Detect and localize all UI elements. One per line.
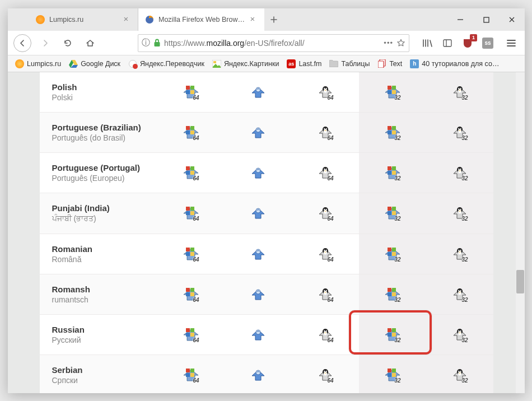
- bookmark-5[interactable]: Таблицы: [326, 58, 372, 70]
- download-linux32[interactable]: 32: [426, 234, 493, 274]
- download-icon[interactable]: 32: [452, 125, 467, 140]
- download-mac64[interactable]: [225, 72, 292, 112]
- download-win32[interactable]: 32: [359, 72, 426, 112]
- download-linux64[interactable]: 64: [292, 193, 359, 234]
- download-win32[interactable]: 32: [359, 234, 426, 274]
- download-win32[interactable]: 32: [359, 193, 426, 234]
- bookmark-2[interactable]: Яндекс.Переводчик: [125, 58, 207, 70]
- download-icon[interactable]: 64: [318, 287, 333, 302]
- download-icon[interactable]: 64: [184, 166, 198, 180]
- download-icon[interactable]: [251, 125, 265, 140]
- download-icon[interactable]: 32: [385, 166, 400, 180]
- download-linux64[interactable]: 64: [292, 234, 359, 274]
- download-linux64[interactable]: 64: [292, 113, 359, 152]
- download-icon[interactable]: 64: [318, 247, 333, 262]
- scrollbar-thumb[interactable]: [516, 270, 524, 293]
- download-icon[interactable]: 64: [318, 328, 333, 342]
- home-button[interactable]: [82, 35, 99, 52]
- download-win64[interactable]: 64: [157, 355, 225, 393]
- scrollbar-track[interactable]: [516, 72, 525, 393]
- download-icon[interactable]: 64: [184, 85, 198, 100]
- download-icon[interactable]: 32: [452, 206, 467, 221]
- download-linux64[interactable]: 64: [292, 355, 359, 393]
- maximize-button[interactable]: [473, 8, 499, 31]
- bookmark-3[interactable]: Яндекс.Картинки: [209, 58, 282, 70]
- download-win64[interactable]: 64: [157, 153, 225, 193]
- download-mac64[interactable]: [225, 274, 292, 314]
- download-icon[interactable]: 64: [184, 125, 198, 140]
- sidebar-icon[interactable]: [440, 35, 455, 51]
- download-mac64[interactable]: [225, 355, 292, 393]
- download-win32[interactable]: 32: [359, 113, 426, 152]
- bookmark-7[interactable]: h40 туториалов для со…: [407, 58, 502, 70]
- bookmark-4[interactable]: asLast.fm: [284, 58, 324, 70]
- download-mac64[interactable]: [225, 193, 292, 234]
- download-icon[interactable]: 64: [318, 368, 333, 383]
- download-icon[interactable]: 32: [385, 328, 400, 342]
- extension-ss-icon[interactable]: ss: [480, 35, 496, 51]
- download-win64[interactable]: 64: [157, 193, 225, 234]
- back-button[interactable]: [13, 34, 31, 52]
- download-icon[interactable]: 64: [184, 328, 198, 342]
- download-icon[interactable]: 32: [385, 206, 400, 221]
- download-win32[interactable]: 32: [359, 315, 426, 355]
- download-icon[interactable]: 32: [452, 287, 467, 302]
- bookmark-star-icon[interactable]: [396, 39, 405, 48]
- reload-button[interactable]: [59, 35, 76, 52]
- download-icon[interactable]: [251, 247, 265, 262]
- download-linux64[interactable]: 64: [292, 315, 359, 355]
- download-icon[interactable]: [251, 368, 265, 383]
- download-icon[interactable]: 32: [385, 247, 400, 262]
- download-icon[interactable]: 32: [452, 368, 467, 383]
- ublock-icon[interactable]: 1: [460, 35, 475, 51]
- download-win32[interactable]: 32: [359, 274, 426, 314]
- download-linux64[interactable]: 64: [292, 72, 359, 112]
- url-bar[interactable]: ⓘ https://www.mozilla.org/en-US/firefox/…: [138, 34, 409, 52]
- bookmark-1[interactable]: Google Диск: [66, 58, 123, 70]
- minimize-button[interactable]: [447, 8, 473, 31]
- download-win64[interactable]: 64: [157, 72, 225, 112]
- download-linux64[interactable]: 64: [292, 274, 359, 314]
- library-icon[interactable]: [419, 35, 435, 51]
- download-icon[interactable]: 32: [385, 85, 400, 100]
- download-win64[interactable]: 64: [157, 234, 225, 274]
- download-icon[interactable]: [251, 328, 265, 342]
- download-linux32[interactable]: 32: [426, 355, 493, 393]
- download-mac64[interactable]: [225, 234, 292, 274]
- download-win32[interactable]: 32: [359, 355, 426, 393]
- tab-0[interactable]: Lumpics.ru×: [29, 8, 138, 31]
- download-linux32[interactable]: 32: [426, 274, 493, 314]
- download-icon[interactable]: 64: [184, 247, 198, 262]
- close-window-button[interactable]: [499, 8, 525, 31]
- download-icon[interactable]: 64: [318, 166, 333, 180]
- download-icon[interactable]: [251, 206, 265, 221]
- bookmark-0[interactable]: Lumpics.ru: [12, 58, 64, 70]
- download-linux32[interactable]: 32: [426, 193, 493, 234]
- download-icon[interactable]: 64: [184, 206, 198, 221]
- download-win64[interactable]: 64: [157, 274, 225, 314]
- download-icon[interactable]: 64: [318, 206, 333, 221]
- download-win64[interactable]: 64: [157, 113, 225, 152]
- download-linux64[interactable]: 64: [292, 153, 359, 193]
- download-icon[interactable]: 64: [184, 368, 198, 383]
- download-icon[interactable]: 32: [452, 85, 467, 100]
- download-icon[interactable]: 32: [385, 287, 400, 302]
- tab-1[interactable]: Mozilla Firefox Web Browser —×: [138, 8, 264, 31]
- download-linux32[interactable]: 32: [426, 113, 493, 152]
- download-icon[interactable]: 32: [385, 125, 400, 140]
- download-icon[interactable]: 32: [452, 328, 467, 342]
- download-win32[interactable]: 32: [359, 153, 426, 193]
- download-icon[interactable]: 32: [452, 247, 467, 262]
- download-mac64[interactable]: [225, 315, 292, 355]
- site-info-icon[interactable]: ⓘ: [142, 38, 150, 48]
- download-icon[interactable]: [251, 85, 265, 100]
- download-icon[interactable]: 32: [385, 368, 400, 383]
- menu-button[interactable]: [503, 35, 519, 51]
- tab-close-icon[interactable]: ×: [249, 16, 256, 24]
- download-icon[interactable]: 32: [452, 166, 467, 180]
- download-win64[interactable]: 64: [157, 315, 225, 355]
- download-linux32[interactable]: 32: [426, 315, 493, 355]
- bookmark-6[interactable]: Text: [375, 58, 405, 70]
- download-mac64[interactable]: [225, 153, 292, 193]
- download-icon[interactable]: [251, 287, 265, 302]
